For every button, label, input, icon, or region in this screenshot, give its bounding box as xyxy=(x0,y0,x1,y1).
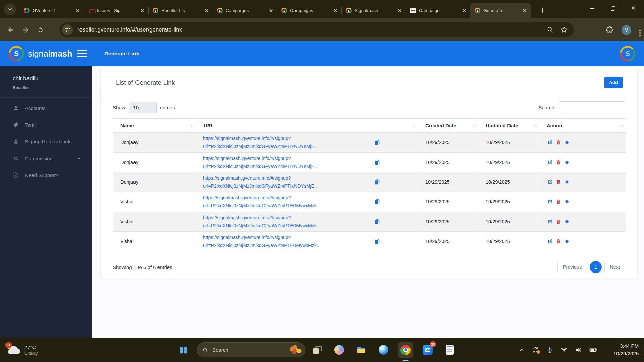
column-header-updated-date[interactable]: Updated Date xyxy=(478,119,539,133)
sidebar-item-commission[interactable]: Commission xyxy=(0,150,92,167)
notepad-button[interactable] xyxy=(439,338,461,362)
current-page-button[interactable]: 1 xyxy=(590,261,602,273)
new-tab-button[interactable] xyxy=(537,4,548,16)
delete-button[interactable] xyxy=(556,199,561,204)
tab-close-icon[interactable] xyxy=(332,7,339,14)
copy-url-button[interactable] xyxy=(374,159,381,166)
signup-link-params[interactable]: url=P2lkdXNlcj0zNjMzJmlkdGFyaWZmPTIxNDYs… xyxy=(203,162,350,170)
badge-button[interactable] xyxy=(564,179,570,185)
browser-tab-signalmash[interactable]: Signalmash xyxy=(341,3,406,18)
edit-button[interactable] xyxy=(547,199,553,204)
edit-button[interactable] xyxy=(547,179,553,185)
tab-search-button[interactable] xyxy=(4,3,16,15)
tab-close-icon[interactable] xyxy=(396,7,403,14)
browser-tab-reseller-list[interactable]: Reseller Lis xyxy=(148,3,213,18)
add-button[interactable]: Add xyxy=(604,77,623,88)
tab-close-icon[interactable] xyxy=(203,7,210,14)
copy-url-button[interactable] xyxy=(374,179,381,185)
back-button[interactable] xyxy=(3,22,18,37)
browser-tab-campaigns-2[interactable]: Campaigns xyxy=(277,3,341,18)
reload-button[interactable] xyxy=(33,22,48,37)
signup-link-params[interactable]: url=P2lkdXNlcj0zNjMzJmlkdGFyaWZmPTE0Mywx… xyxy=(203,241,350,249)
browser-tab-campaign-doc[interactable]: Campaign xyxy=(406,3,470,18)
copy-url-button[interactable] xyxy=(374,218,381,225)
edit-button[interactable] xyxy=(547,160,553,165)
signup-link-params[interactable]: url=P2lkdXNlcj0zNjMzJmlkdGFyaWZmPTIxNDYs… xyxy=(203,182,350,190)
bookmark-button[interactable] xyxy=(560,26,568,33)
sort-icon[interactable] xyxy=(412,123,416,128)
taskbar-search[interactable]: Search xyxy=(197,342,305,357)
weather-widget[interactable]: 9+ 27°C Cloudy xyxy=(7,338,38,362)
sidebar-item-accounts[interactable]: Accounts xyxy=(0,100,92,116)
network-button[interactable] xyxy=(560,346,568,353)
microphone-indicator[interactable] xyxy=(546,347,553,353)
window-restore-button[interactable] xyxy=(602,0,623,17)
tab-close-icon[interactable] xyxy=(268,7,274,14)
delete-button[interactable] xyxy=(556,160,561,165)
signup-link-params[interactable]: url=P2lkdXNlcj0zNjMzJmlkdGFyaWZmPTE0Mywx… xyxy=(203,202,350,210)
signup-link[interactable]: https://signalmash.gventure.info/#/signu… xyxy=(203,134,350,142)
delete-button[interactable] xyxy=(556,239,561,244)
mail-button[interactable]: 33 xyxy=(417,338,439,362)
page-size-select[interactable]: 10 xyxy=(129,102,157,113)
tab-close-icon[interactable] xyxy=(461,7,468,14)
browser-tab-generate-link-active[interactable]: Generate L xyxy=(470,3,531,18)
sidebar-item-need-support[interactable]: Need Support? xyxy=(0,167,92,183)
sort-icon[interactable] xyxy=(473,123,476,128)
copy-url-button[interactable] xyxy=(374,238,381,245)
signup-link[interactable]: https://signalmash.gventure.info/#/signu… xyxy=(203,194,350,202)
battery-button[interactable] xyxy=(589,346,597,354)
badge-button[interactable] xyxy=(564,239,570,244)
zoom-indicator-button[interactable] xyxy=(547,26,554,33)
signup-link[interactable]: https://signalmash.gventure.info/#/signu… xyxy=(203,214,350,222)
edge-button[interactable] xyxy=(372,338,394,362)
column-header-created-date[interactable]: Created Date xyxy=(418,119,478,133)
badge-button[interactable] xyxy=(564,199,570,204)
sidebar-toggle-button[interactable] xyxy=(77,50,87,57)
column-header-action[interactable]: Action xyxy=(539,119,626,133)
signup-link-params[interactable]: url=P2lkdXNlcj0zNjMzJmlkdGFyaWZmPTIxNDYs… xyxy=(203,142,350,150)
clock-widget[interactable]: 3:44 PM 10/29/2025 xyxy=(613,338,639,362)
signup-link-params[interactable]: url=P2lkdXNlcj0zNjMzJmlkdGFyaWZmPTE0Mywx… xyxy=(203,222,350,230)
search-input[interactable] xyxy=(559,101,625,113)
address-bar[interactable]: reseller.gventure.info/#/user/generate-l… xyxy=(60,22,574,37)
volume-button[interactable] xyxy=(575,346,582,353)
next-page-button[interactable]: Next xyxy=(604,261,625,273)
profile-avatar[interactable]: V xyxy=(622,25,631,35)
delete-button[interactable] xyxy=(556,219,561,224)
url-text[interactable]: reseller.gventure.info/#/user/generate-l… xyxy=(77,26,182,33)
window-close-button[interactable] xyxy=(623,0,644,17)
badge-button[interactable] xyxy=(564,219,570,224)
file-explorer-button[interactable] xyxy=(350,338,372,362)
sort-icon[interactable] xyxy=(191,123,194,128)
chrome-button[interactable] xyxy=(394,338,417,362)
tab-close-icon[interactable] xyxy=(139,7,146,14)
delete-button[interactable] xyxy=(556,140,561,145)
edit-button[interactable] xyxy=(547,239,553,244)
start-button[interactable] xyxy=(176,342,191,358)
sort-icon[interactable] xyxy=(534,123,537,128)
browser-tab-gventure[interactable]: GVenture T xyxy=(19,3,84,18)
sidebar-item-signup-referral-link[interactable]: Signup Referral Link xyxy=(0,133,92,150)
sort-icon[interactable] xyxy=(621,123,624,128)
tab-close-icon[interactable] xyxy=(521,7,528,14)
signup-link[interactable]: https://signalmash.gventure.info/#/signu… xyxy=(203,174,350,182)
tray-overflow-button[interactable] xyxy=(519,347,525,353)
badge-button[interactable] xyxy=(564,160,570,165)
window-minimize-button[interactable] xyxy=(582,0,602,17)
forward-button[interactable] xyxy=(18,22,33,37)
copilot-button[interactable] xyxy=(328,338,350,362)
delete-button[interactable] xyxy=(556,179,561,185)
column-header-url[interactable]: URL xyxy=(196,119,418,133)
copy-url-button[interactable] xyxy=(374,139,381,146)
edit-button[interactable] xyxy=(547,140,553,145)
task-view-button[interactable] xyxy=(306,338,328,362)
extensions-button[interactable] xyxy=(606,26,613,34)
site-info-button[interactable] xyxy=(62,24,73,35)
copy-url-button[interactable] xyxy=(374,198,381,205)
column-header-name[interactable]: Name xyxy=(113,119,196,133)
previous-page-button[interactable]: Previous xyxy=(557,261,587,273)
browser-tab-campaigns-1[interactable]: Campaigns xyxy=(213,3,277,18)
badge-button[interactable] xyxy=(564,140,570,145)
browser-tab-issues[interactable]: Issues - Sig xyxy=(84,3,148,18)
